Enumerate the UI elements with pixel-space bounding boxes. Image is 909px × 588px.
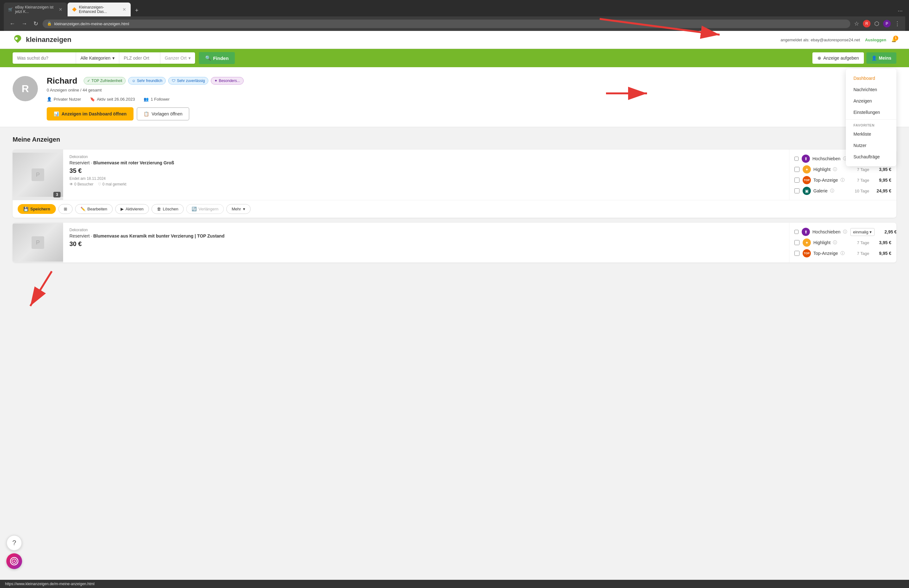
plz-input[interactable] (119, 52, 160, 64)
dropdown-item-merkliste[interactable]: Merkliste (846, 128, 896, 140)
people-icon: 👥 (144, 97, 149, 102)
save-icon: 💾 (23, 207, 28, 212)
forward-button[interactable]: → (19, 19, 29, 28)
help-area: ? (6, 535, 22, 569)
highlight-label-1: Highlight (814, 167, 830, 172)
meta-nutzer: 👤 Privater Nutzer (47, 97, 81, 102)
dropdown-item-einstellungen[interactable]: Einstellungen (846, 107, 896, 118)
aktivieren-button-1[interactable]: ▶ Aktivieren (115, 204, 149, 214)
vorlagen-btn-label: Vorlagen öffnen (152, 111, 183, 116)
search-input[interactable] (13, 52, 76, 64)
checkbox-galerie-1[interactable] (794, 188, 799, 193)
nav-bar: Alle Kategorien ▾ Ganzer Ort ▾ 🔍 Finden … (0, 49, 909, 67)
hochschieben-label-1: Hochschieben (812, 156, 841, 161)
ort-select[interactable]: Ganzer Ort ▾ (160, 52, 195, 64)
help-target-icon[interactable] (6, 553, 22, 569)
listing-actions-2: ⬆ Hochschieben ⓘ einmalig ▾ 2,95 € (789, 223, 896, 262)
reload-button[interactable]: ↻ (32, 19, 40, 28)
bookmarks-count: ♡ 0 mal gemerkt (98, 182, 126, 186)
svg-point-12 (14, 561, 15, 562)
hochschieben-info-icon-2[interactable]: ⓘ (843, 229, 847, 235)
hochschieben-label-2: Hochschieben (812, 229, 841, 234)
meta-aktiv-label: Aktiv seit 26.06.2023 (97, 97, 135, 102)
speichern-button-1[interactable]: 💾 Speichern (18, 204, 56, 214)
top-anzeige-price-1: 9,95 € (872, 178, 891, 183)
toolbar-icons: ☆ R ⬡ P ⋮ (853, 19, 901, 28)
galerie-label-1: Galerie (814, 188, 828, 193)
tab-label-ebay: eBay Kleinanzeigen ist jetzt K... (15, 5, 56, 14)
extensions-icon[interactable]: ⬡ (873, 19, 881, 28)
top-anzeige-price-2: 9,95 € (872, 251, 891, 256)
profile-badges: ✓ TOP Zufriedenheit ☺ Sehr freundlich 🛡 … (84, 77, 244, 84)
notification-bell[interactable]: 🔔 1 (891, 37, 896, 42)
dropdown-menu: Dashboard Nachrichten Anzeigen Einstellu… (846, 69, 896, 166)
hochschieben-select-2[interactable]: einmalig ▾ (850, 228, 875, 236)
url-bar[interactable]: 🔒 kleinanzeigen.de/m-meine-anzeigen.html (43, 19, 850, 28)
tab-close-enhanced[interactable]: ✕ (123, 7, 126, 12)
checkbox-top-anzeige-1[interactable] (794, 178, 799, 183)
category-chevron-icon: ▾ (112, 55, 115, 61)
more-icon[interactable]: ⋮ (893, 19, 901, 28)
refresh-icon: 🔄 (192, 207, 197, 212)
category-select[interactable]: Alle Kategorien ▾ (76, 52, 119, 64)
tab-icon-ebay: 🛒 (8, 7, 13, 12)
checkbox-top-anzeige-2[interactable] (794, 251, 799, 256)
highlight-info-icon-2[interactable]: ⓘ (833, 240, 837, 246)
dropdown-item-dashboard[interactable]: Dashboard (846, 73, 896, 84)
anzeige-aufgeben-button[interactable]: ⊕ Anzeige aufgeben (812, 52, 864, 64)
badge-top-zufriedenheit: ✓ TOP Zufriedenheit (84, 77, 126, 84)
dashboard-open-button[interactable]: 📊 Anzeigen im Dashboard öffnen (47, 107, 134, 121)
tab-ebay[interactable]: 🛒 eBay Kleinanzeigen ist jetzt K... ✕ (4, 3, 67, 16)
bearbeiten-button-1[interactable]: ✏️ Bearbeiten (75, 204, 113, 214)
loeschen-button-1[interactable]: 🗑 Löschen (152, 204, 184, 214)
mehr-button-1[interactable]: Mehr ▾ (226, 204, 251, 214)
tab-enhanced[interactable]: 🔶 Kleinanzeigen-Enhanced Das... ✕ (68, 3, 131, 16)
back-button[interactable]: ← (8, 19, 17, 28)
logout-link[interactable]: Ausloggen (865, 37, 886, 42)
listing-details-1: Dekoration Reserviert · Blumenvase mit r… (63, 150, 789, 200)
help-question-button[interactable]: ? (6, 535, 22, 551)
meins-button[interactable]: 👤 Meins (866, 52, 896, 64)
checkbox-hochschieben-2[interactable] (794, 229, 799, 234)
listing-footer-1: 💾 Speichern ⊞ ✏️ Bearbeiten ▶ Aktivieren… (13, 200, 896, 218)
listing-price-2: 30 € (70, 241, 783, 248)
tab-close-ebay[interactable]: ✕ (59, 7, 63, 12)
browser-chrome: 🛒 eBay Kleinanzeigen ist jetzt K... ✕ 🔶 … (0, 0, 909, 31)
loeschen-label: Löschen (163, 207, 178, 212)
checkbox-hochschieben-1[interactable] (794, 156, 799, 161)
checkbox-highlight-1[interactable] (794, 167, 799, 172)
tab-list-button[interactable]: ⋯ (895, 5, 905, 16)
top-anzeige-duration-2: 7 Tage (857, 251, 869, 256)
galerie-info-icon-1[interactable]: ⓘ (830, 188, 834, 194)
extension-icon-red[interactable]: R (863, 20, 870, 27)
highlight-info-icon-1[interactable]: ⓘ (833, 166, 837, 172)
dropdown-item-suchauftraege[interactable]: Suchaufträge (846, 151, 896, 162)
action-hochschieben-2: ⬆ Hochschieben ⓘ einmalig ▾ 2,95 € (794, 228, 891, 236)
image-placeholder-icon: P (32, 168, 44, 181)
new-tab-button[interactable]: + (131, 5, 142, 16)
find-label: Finden (213, 55, 228, 61)
badge-besonders: ✦ Besonders... (211, 77, 243, 84)
badge-freundlich: ☺ Sehr freundlich (128, 77, 166, 84)
grid-button-1[interactable]: ⊞ (58, 204, 73, 214)
checkbox-highlight-2[interactable] (794, 240, 799, 245)
lock-icon: 🔒 (47, 21, 52, 26)
mehr-label: Mehr (232, 207, 241, 212)
dashboard-icon: 📊 (53, 111, 59, 116)
vorlagen-open-button[interactable]: 📋 Vorlagen öffnen (137, 107, 189, 121)
top-anzeige-info-icon-1[interactable]: ⓘ (841, 177, 844, 183)
find-button[interactable]: 🔍 Finden (199, 52, 235, 64)
search-group: Alle Kategorien ▾ Ganzer Ort ▾ (13, 52, 195, 64)
galerie-price-1: 24,95 € (872, 188, 891, 193)
profile-name: Richard (47, 76, 77, 86)
top-anzeige-info-icon-2[interactable]: ⓘ (841, 250, 844, 256)
dropdown-item-nachrichten[interactable]: Nachrichten (846, 84, 896, 95)
galerie-icon-1: ▣ (803, 187, 811, 195)
aktivieren-label: Aktivieren (126, 207, 144, 212)
star-icon[interactable]: ☆ (853, 19, 860, 28)
dropdown-item-anzeigen[interactable]: Anzeigen (846, 95, 896, 107)
dropdown-item-nutzer[interactable]: Nutzer (846, 140, 896, 151)
highlight-price-2: 3,95 € (872, 240, 891, 245)
listing-card-2: P Dekoration Reserviert · Blumenvase aus… (13, 223, 896, 262)
extension-icon-purple[interactable]: P (883, 20, 891, 27)
